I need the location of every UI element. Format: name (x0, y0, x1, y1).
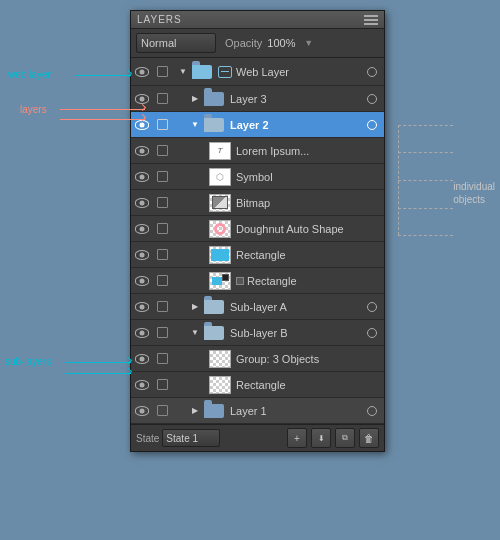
visibility-toggle[interactable] (131, 354, 153, 364)
layer-row[interactable]: T Lorem Ipsum... (131, 138, 384, 164)
layer-row[interactable]: Rectangle (131, 372, 384, 398)
expand-icon[interactable]: ▼ (189, 328, 201, 337)
layer-name: Layer 1 (230, 405, 364, 417)
layer-name: Rectangle (236, 249, 380, 261)
layer-row[interactable]: Rectangle (131, 268, 384, 294)
lock-toggle[interactable] (153, 145, 171, 156)
layer-thumbnail (201, 114, 227, 136)
layer-thumbnail (201, 400, 227, 422)
layer-row[interactable]: ▼ Layer 2 (131, 112, 384, 138)
lock-toggle[interactable] (153, 275, 171, 286)
layers-annotation: layers (20, 103, 47, 115)
obj-vert (398, 125, 399, 235)
lock-toggle[interactable] (153, 405, 171, 416)
layer-row[interactable]: ▶ Layer 1 (131, 398, 384, 424)
visibility-toggle[interactable] (131, 302, 153, 312)
sublayers-line (65, 362, 131, 363)
layer-row[interactable]: ▼ Web Layer (131, 58, 384, 86)
lock-toggle[interactable] (153, 93, 171, 104)
opacity-dropdown-icon[interactable]: ▼ (304, 38, 313, 48)
layer-state-circle[interactable] (364, 94, 380, 104)
lock-toggle[interactable] (153, 301, 171, 312)
layer-state-circle[interactable] (364, 120, 380, 130)
web-layer-label: web layer (8, 69, 51, 80)
lock-toggle[interactable] (153, 249, 171, 260)
visibility-toggle[interactable] (131, 172, 153, 182)
layer-row[interactable]: Bitmap (131, 190, 384, 216)
visibility-toggle[interactable] (131, 146, 153, 156)
expand-icon[interactable]: ▶ (189, 94, 201, 103)
delete-layer-button[interactable]: 🗑 (359, 428, 379, 448)
new-layer-button[interactable]: + (287, 428, 307, 448)
lock-toggle[interactable] (153, 197, 171, 208)
visibility-toggle[interactable] (131, 250, 153, 260)
expand-icon[interactable]: ▶ (189, 406, 201, 415)
expand-icon[interactable]: ▶ (189, 302, 201, 311)
layer-row[interactable]: ▶ Sub-layer A (131, 294, 384, 320)
layers-line2 (60, 119, 145, 120)
visibility-toggle[interactable] (131, 276, 153, 286)
lock-toggle[interactable] (153, 171, 171, 182)
blend-mode-select[interactable]: Normal (136, 33, 216, 53)
layer-state-circle[interactable] (364, 302, 380, 312)
layer-name: Rectangle (236, 379, 380, 391)
eye-icon (135, 406, 149, 416)
state-select[interactable]: State 1 (162, 429, 220, 447)
layer-name: Sub-layer A (230, 301, 364, 313)
layer-row[interactable]: ▼ Sub-layer B (131, 320, 384, 346)
layer-thumbnail (207, 192, 233, 214)
lock-toggle[interactable] (153, 66, 171, 77)
layer-state-circle[interactable] (364, 406, 380, 416)
lock-toggle[interactable] (153, 353, 171, 364)
layer-state-circle[interactable] (364, 67, 380, 77)
layer-row[interactable]: Rectangle (131, 242, 384, 268)
duplicate-layer-button[interactable]: ⧉ (335, 428, 355, 448)
obj-line1 (398, 125, 453, 126)
visibility-toggle[interactable] (131, 94, 153, 104)
lock-toggle[interactable] (153, 223, 171, 234)
visibility-toggle[interactable] (131, 380, 153, 390)
eye-icon (135, 198, 149, 208)
expand-icon[interactable]: ▼ (177, 67, 189, 76)
individual-objects-label: individualobjects (453, 181, 495, 205)
layer-thumbnail (207, 374, 233, 396)
layer-row[interactable]: Doughnut Auto Shape (131, 216, 384, 242)
visibility-toggle[interactable] (131, 406, 153, 416)
layers-panel: LAYERS Normal Opacity 100% ▼ (130, 10, 385, 452)
sublayers-label: sub-layers (5, 356, 51, 367)
layer-row[interactable]: Group: 3 Objects (131, 346, 384, 372)
visibility-toggle[interactable] (131, 198, 153, 208)
footer-bar: State State 1 + ⬇ ⧉ 🗑 (131, 424, 384, 451)
web-layer-icon (218, 66, 232, 78)
visibility-toggle[interactable] (131, 224, 153, 234)
eye-icon (135, 276, 149, 286)
layers-list: ▼ Web Layer (131, 58, 384, 424)
obj-line2 (398, 152, 453, 153)
layer-thumbnail (201, 296, 227, 318)
layer-name: Web Layer (236, 66, 364, 78)
lock-toggle[interactable] (153, 379, 171, 390)
visibility-toggle[interactable] (131, 67, 153, 77)
layer-row[interactable]: ⬡ Symbol (131, 164, 384, 190)
layer-name: Symbol (236, 171, 380, 183)
visibility-toggle[interactable] (131, 328, 153, 338)
panel-menu-icon[interactable] (364, 15, 378, 25)
chain-link-icon (236, 277, 244, 285)
eye-icon (135, 94, 149, 104)
new-sublayer-icon: ⬇ (318, 434, 325, 443)
lock-toggle[interactable] (153, 119, 171, 130)
individual-objects-annotation: individualobjects (453, 180, 495, 206)
layer-name: Doughnut Auto Shape (236, 223, 380, 235)
lock-toggle[interactable] (153, 327, 171, 338)
obj-line3 (398, 180, 453, 181)
layer-state-circle[interactable] (364, 328, 380, 338)
duplicate-icon: ⧉ (342, 433, 348, 443)
layer-name: Sub-layer B (230, 327, 364, 339)
expand-icon[interactable]: ▼ (189, 120, 201, 129)
eye-icon (135, 224, 149, 234)
new-sublayer-button[interactable]: ⬇ (311, 428, 331, 448)
layer-row[interactable]: ▶ Layer 3 (131, 86, 384, 112)
layer-name: Group: 3 Objects (236, 353, 380, 365)
layers-label: layers (20, 104, 47, 115)
eye-icon (135, 250, 149, 260)
